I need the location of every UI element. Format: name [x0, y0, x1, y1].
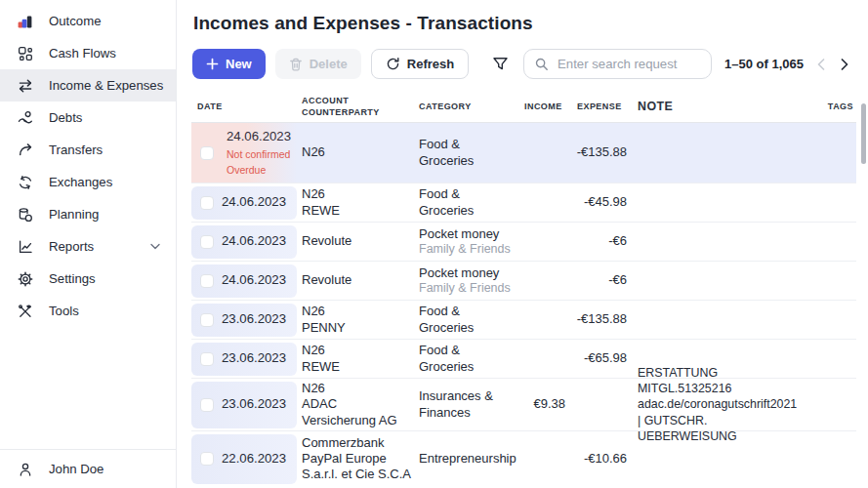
search-box — [523, 49, 712, 79]
row-checkbox[interactable] — [200, 235, 214, 249]
date-cell: 24.06.2023 — [191, 262, 297, 300]
planning-coins-icon — [18, 207, 33, 223]
transfers-arrow-icon — [18, 142, 33, 158]
note-cell: ERSTATTUNG MITGL.51325216 adac.de/corona… — [631, 365, 805, 445]
category-cell: Entrepreneurship — [414, 451, 515, 467]
column-header-account: ACCOUNT COUNTERPARTY — [297, 95, 414, 118]
page-title: Incomes and Expenses - Transactions — [193, 13, 868, 34]
sidebar-item-tools[interactable]: Tools — [0, 295, 176, 327]
transaction-date: 23.06.2023 — [214, 311, 297, 328]
pagination-range: 1–50 of 1,065 — [724, 57, 804, 71]
delete-button[interactable]: Delete — [275, 49, 361, 79]
sidebar-item-exchanges[interactable]: Exchanges — [0, 166, 176, 198]
row-checkbox[interactable] — [200, 146, 214, 160]
income-expenses-icon — [18, 78, 33, 94]
row-checkbox[interactable] — [200, 352, 214, 366]
sidebar-item-label: Outcome — [49, 14, 102, 28]
transaction-date: 23.06.2023 — [214, 350, 297, 367]
expense-cell: -€45.98 — [572, 194, 631, 210]
page-next-button[interactable] — [833, 53, 856, 76]
expense-cell: -€6 — [572, 233, 631, 249]
sidebar-item-label: Debts — [49, 110, 82, 125]
status-badge: Overdue — [227, 164, 291, 177]
category-cell: Pocket money Family & Friends — [414, 226, 515, 258]
transaction-date: 24.06.2023 — [214, 233, 297, 250]
sidebar-item-income-expenses[interactable]: Income & Expenses — [0, 69, 176, 102]
reports-chart-icon — [18, 239, 33, 255]
row-checkbox[interactable] — [200, 313, 214, 327]
category-cell: Insurances & Finances — [414, 388, 515, 421]
user-icon — [18, 462, 33, 477]
page-prev-button[interactable] — [809, 53, 833, 76]
sidebar-item-outcome[interactable]: Outcome — [0, 5, 176, 37]
toolbar-right: 1–50 of 1,065 — [492, 49, 856, 79]
refresh-button-label: Refresh — [407, 57, 454, 71]
table-row[interactable]: 24.06.2023 Not confirmed Overdue N26 Foo… — [191, 123, 856, 183]
sidebar: Outcome Cash Flows — [0, 0, 177, 488]
account-cell: N26 REWE — [297, 186, 414, 219]
column-header-income: INCOME — [515, 101, 572, 112]
transactions-table: DATE ACCOUNT COUNTERPARTY CATEGORY INCOM… — [191, 91, 856, 486]
account-cell: Revolute — [297, 233, 414, 249]
new-button[interactable]: New — [192, 49, 266, 79]
search-input[interactable] — [556, 56, 701, 72]
app-window: Outcome Cash Flows — [0, 0, 868, 488]
main-content: Incomes and Expenses - Transactions New — [177, 0, 868, 488]
scrollbar-thumb[interactable] — [861, 103, 866, 164]
row-checkbox[interactable] — [200, 196, 214, 210]
app-logo-bars-icon — [18, 14, 33, 29]
date-cell: 23.06.2023 — [191, 301, 297, 339]
chevron-right-icon — [841, 59, 848, 70]
delete-button-label: Delete — [310, 57, 348, 71]
sidebar-item-label: Tools — [49, 304, 79, 318]
user-name: John Doe — [49, 462, 103, 476]
plus-icon — [206, 58, 219, 70]
date-cell: 23.06.2023 — [191, 379, 297, 430]
table-row[interactable]: 24.06.2023 Revolute Pocket money Family … — [191, 223, 856, 262]
account-cell: Revolute — [297, 272, 414, 288]
vertical-scrollbar[interactable] — [861, 103, 866, 484]
new-button-label: New — [226, 57, 252, 71]
expense-cell: -€65.98 — [572, 350, 631, 366]
income-cell: €9.38 — [515, 396, 572, 412]
table-row[interactable]: 24.06.2023 Revolute Pocket money Family … — [191, 262, 856, 301]
refresh-icon — [386, 57, 400, 71]
table-row[interactable]: 23.06.2023 N26 PENNY Food & Groceries -€… — [191, 301, 856, 340]
sidebar-item-planning[interactable]: Planning — [0, 198, 176, 230]
refresh-button[interactable]: Refresh — [371, 49, 469, 79]
sidebar-item-reports[interactable]: Reports — [0, 230, 176, 263]
exchanges-cycle-icon — [18, 175, 33, 190]
sidebar-item-label: Cash Flows — [49, 46, 116, 61]
date-cell: 24.06.2023 — [191, 223, 297, 261]
sidebar-item-cash-flows[interactable]: Cash Flows — [0, 37, 176, 69]
column-header-tags: TAGS — [805, 101, 856, 112]
expense-cell: -€10.66 — [572, 451, 631, 467]
sidebar-item-label: Transfers — [49, 142, 103, 157]
tools-icon — [18, 304, 33, 319]
account-cell: N26 PENNY — [297, 304, 414, 336]
row-checkbox[interactable] — [200, 398, 214, 412]
cash-flows-icon — [18, 46, 33, 61]
transaction-date: 24.06.2023 — [214, 194, 297, 211]
category-cell: Food & Groceries — [414, 343, 515, 375]
table-row[interactable]: 24.06.2023 N26 REWE Food & Groceries -€4… — [191, 183, 856, 223]
sidebar-item-label: Settings — [49, 271, 96, 286]
table-row[interactable]: 23.06.2023 N26 ADAC Versicherung AG Insu… — [191, 379, 856, 431]
date-cell: 24.06.2023 Not confirmed Overdue — [191, 123, 297, 183]
transaction-date: 24.06.2023 — [214, 272, 297, 289]
sidebar-item-transfers[interactable]: Transfers — [0, 134, 176, 166]
user-menu[interactable]: John Doe — [0, 450, 176, 488]
expense-cell: -€135.88 — [572, 144, 631, 160]
transaction-date: 24.06.2023 — [227, 129, 291, 145]
row-checkbox[interactable] — [200, 274, 214, 288]
sidebar-item-settings[interactable]: Settings — [0, 263, 176, 295]
filter-icon[interactable] — [492, 56, 509, 72]
chevron-down-icon — [150, 243, 160, 250]
date-cell: 22.06.2023 — [191, 431, 297, 486]
toolbar: New Delete — [192, 49, 856, 79]
transaction-date: 23.06.2023 — [214, 396, 297, 413]
row-checkbox[interactable] — [200, 452, 214, 466]
column-header-expense: EXPENSE — [572, 101, 631, 112]
chevron-left-icon — [817, 59, 825, 70]
sidebar-item-debts[interactable]: Debts — [0, 102, 176, 134]
